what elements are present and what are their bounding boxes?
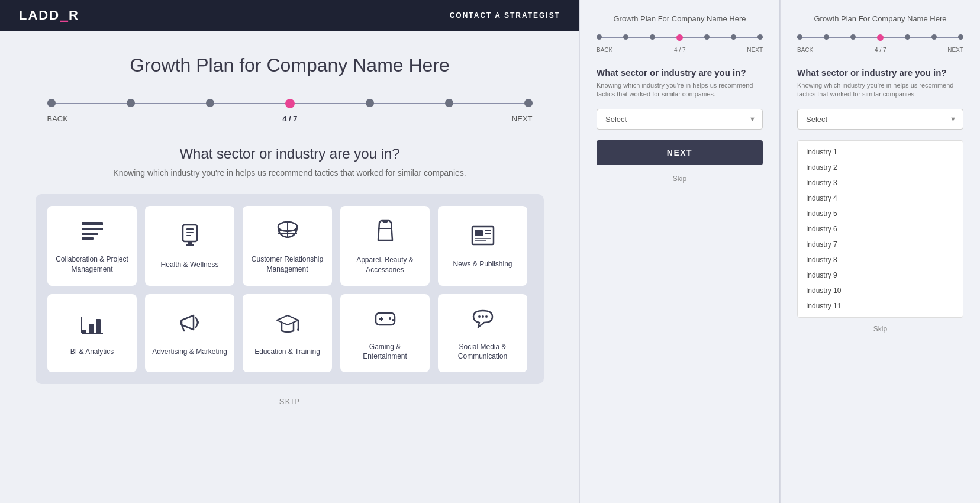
progress-dot-1 bbox=[47, 99, 56, 107]
progress-dot-6 bbox=[445, 99, 453, 107]
svg-rect-30 bbox=[376, 313, 395, 325]
svg-point-35 bbox=[478, 315, 481, 318]
sp1-dot-1 bbox=[597, 34, 602, 40]
svg-rect-23 bbox=[96, 319, 101, 333]
svg-rect-16 bbox=[475, 230, 483, 236]
svg-point-33 bbox=[389, 317, 391, 320]
crm-label: Customer Relationship Management bbox=[250, 254, 325, 275]
industry-card-crm[interactable]: Customer Relationship Management bbox=[243, 206, 332, 286]
side-panel-2-progress: BACK 4 / 7 NEXT bbox=[797, 33, 963, 53]
industry-card-collab[interactable]: Collaboration & Project Management bbox=[47, 206, 137, 286]
main-panel: LADD⎯R CONTACT A STRATEGIST Growth Plan … bbox=[0, 0, 579, 503]
progress-dot-2 bbox=[127, 99, 135, 107]
apparel-icon bbox=[373, 219, 397, 248]
dropdown-list-item[interactable]: Industry 2 bbox=[798, 160, 963, 175]
progress-dot-5 bbox=[366, 99, 374, 107]
industry-card-health[interactable]: Health & Wellness bbox=[145, 206, 234, 286]
sp2-back[interactable]: BACK bbox=[797, 47, 813, 53]
sp2-dropdown-list: Industry 1Industry 2Industry 3Industry 4… bbox=[797, 140, 963, 318]
main-content: Growth Plan for Company Name Here BACK 4… bbox=[0, 31, 579, 503]
sp1-back[interactable]: BACK bbox=[597, 47, 612, 53]
step-indicator: 4 / 7 bbox=[282, 114, 297, 123]
industry-card-edu[interactable]: Education & Training bbox=[243, 294, 332, 373]
sp1-next-button[interactable]: NEXT bbox=[597, 140, 763, 165]
svg-point-29 bbox=[297, 328, 299, 331]
social-icon bbox=[470, 307, 496, 335]
industry-card-social[interactable]: Social Media & Communication bbox=[438, 294, 527, 373]
sp1-dot-4-active bbox=[676, 34, 683, 41]
sp2-select[interactable]: Select bbox=[797, 109, 963, 130]
dropdown-list-item[interactable]: Industry 8 bbox=[798, 252, 963, 267]
sp1-dot-7 bbox=[757, 34, 763, 40]
dropdown-list-item[interactable]: Industry 6 bbox=[798, 221, 963, 237]
sp2-select-wrapper: Select ▼ bbox=[797, 109, 963, 130]
side-panel-1: Growth Plan For Company Name Here BACK 4… bbox=[579, 0, 779, 503]
sp1-dot-3 bbox=[650, 34, 655, 40]
dropdown-list-item[interactable]: Industry 4 bbox=[798, 191, 963, 206]
top-bar: LADD⎯R CONTACT A STRATEGIST bbox=[0, 0, 579, 31]
industry-grid: Collaboration & Project Management bbox=[47, 206, 532, 372]
dropdown-list-item[interactable]: Industry 7 bbox=[798, 237, 963, 252]
bi-label: BI & Analytics bbox=[70, 347, 114, 357]
side-panel-1-title: Growth Plan For Company Name Here bbox=[597, 14, 763, 23]
contact-strategist-button[interactable]: CONTACT A STRATEGIST bbox=[450, 11, 560, 20]
progress-dot-7 bbox=[524, 99, 533, 107]
industry-card-advert[interactable]: Advertising & Marketing bbox=[145, 294, 234, 373]
sp1-dot-6 bbox=[731, 34, 736, 40]
apparel-label: Apparel, Beauty & Accessories bbox=[347, 255, 423, 275]
edu-label: Education & Training bbox=[254, 347, 320, 357]
svg-rect-3 bbox=[82, 237, 94, 240]
industry-card-apparel[interactable]: Apparel, Beauty & Accessories bbox=[340, 206, 430, 286]
sp2-dot-6 bbox=[931, 34, 937, 40]
news-label: News & Publishing bbox=[453, 259, 512, 269]
advert-label: Advertising & Marketing bbox=[152, 347, 227, 357]
advert-icon bbox=[177, 312, 203, 340]
progress-track bbox=[47, 98, 533, 109]
svg-rect-6 bbox=[186, 232, 194, 233]
sp2-question: What sector or industry are you in? bbox=[797, 67, 963, 78]
dropdown-list-item[interactable]: Industry 9 bbox=[798, 267, 963, 283]
dropdown-list-item[interactable]: Industry 10 bbox=[798, 283, 963, 298]
collab-icon bbox=[79, 220, 105, 247]
progress-dot-4-active bbox=[285, 99, 295, 108]
dropdown-list-item[interactable]: Industry 5 bbox=[798, 206, 963, 221]
back-label[interactable]: BACK bbox=[47, 114, 68, 123]
sp1-step: 4 / 7 bbox=[674, 47, 685, 53]
dropdown-list-item[interactable]: Industry 11 bbox=[798, 298, 963, 314]
side-panel-1-track bbox=[597, 33, 763, 42]
sp1-next[interactable]: NEXT bbox=[747, 47, 763, 53]
side-panel-2-track bbox=[797, 33, 963, 42]
sp2-dot-7 bbox=[958, 34, 963, 40]
svg-rect-9 bbox=[186, 244, 194, 246]
sp1-skip[interactable]: Skip bbox=[597, 175, 763, 183]
health-label: Health & Wellness bbox=[161, 260, 219, 270]
industry-card-news[interactable]: News & Publishing bbox=[438, 206, 527, 286]
industry-card-bi[interactable]: BI & Analytics bbox=[47, 294, 137, 373]
dropdown-list-item[interactable]: Industry 3 bbox=[798, 175, 963, 191]
question-title: What sector or industry are you in? bbox=[179, 146, 399, 162]
crm-icon bbox=[275, 220, 301, 247]
sp2-next[interactable]: NEXT bbox=[947, 47, 963, 53]
industry-card-gaming[interactable]: Gaming & Entertainment bbox=[340, 294, 430, 373]
sp2-dot-3 bbox=[850, 34, 856, 40]
sp1-subtitle: Knowing which industry you're in helps u… bbox=[597, 81, 763, 99]
sp1-select[interactable]: Select bbox=[597, 109, 763, 130]
gaming-icon bbox=[371, 307, 399, 335]
sp2-step: 4 / 7 bbox=[875, 47, 886, 53]
skip-link[interactable]: SKIP bbox=[279, 397, 301, 406]
svg-rect-0 bbox=[82, 222, 103, 225]
svg-point-34 bbox=[392, 319, 394, 321]
dropdown-list-item[interactable]: Industry 1 bbox=[798, 144, 963, 160]
progress-dot-3 bbox=[206, 99, 214, 107]
logo: LADD⎯R bbox=[19, 8, 79, 23]
next-label[interactable]: NEXT bbox=[512, 114, 533, 123]
svg-rect-7 bbox=[186, 235, 191, 236]
sp2-skip[interactable]: Skip bbox=[797, 325, 963, 333]
svg-point-37 bbox=[485, 315, 488, 318]
side-panel-2: Growth Plan For Company Name Here BACK 4… bbox=[780, 0, 980, 503]
sp2-dot-2 bbox=[824, 34, 829, 40]
side-panel-2-labels: BACK 4 / 7 NEXT bbox=[797, 47, 963, 53]
edu-icon bbox=[275, 312, 301, 340]
news-icon bbox=[470, 224, 496, 252]
page-title: Growth Plan for Company Name Here bbox=[130, 54, 450, 76]
